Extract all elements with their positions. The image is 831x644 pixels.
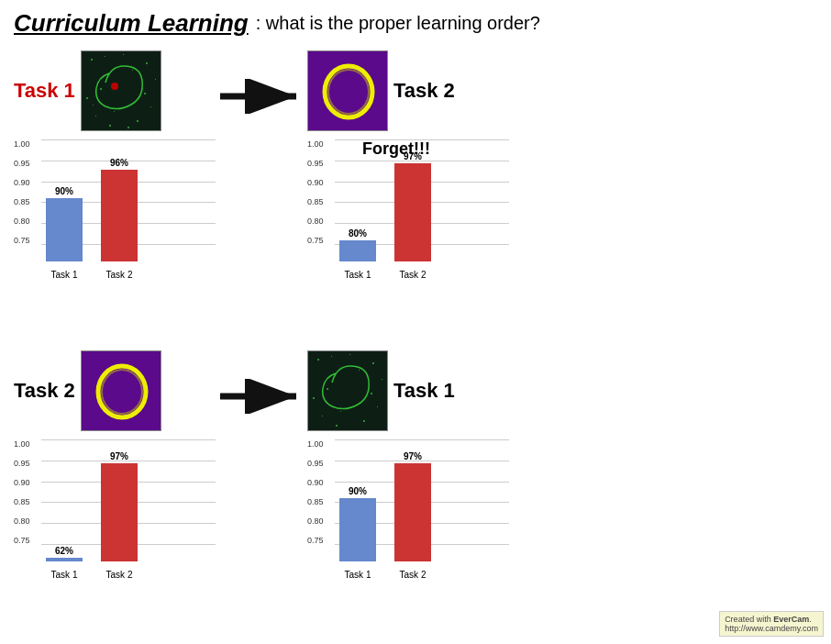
- svg-rect-41: [371, 393, 372, 394]
- bar-task1-top-right: [339, 240, 376, 261]
- top-right-chart: Forget!!! 1.00 0.95 0.90 0.85 0.80 0.75: [307, 139, 509, 282]
- bar-task2-top-left: [101, 170, 138, 261]
- svg-rect-38: [349, 354, 350, 355]
- svg-point-17: [111, 83, 118, 90]
- top-left-chart: 1.00 0.95 0.90 0.85 0.80 0.75: [14, 139, 216, 282]
- svg-rect-42: [340, 411, 341, 412]
- bottom-left-header: Task 2: [14, 347, 216, 434]
- svg-rect-16: [127, 127, 129, 128]
- bottom-right-task-label: Task 1: [393, 379, 455, 403]
- top-right-header: Task 2: [307, 47, 509, 134]
- page-title: Curriculum Learning: [14, 9, 249, 38]
- task1-image: [81, 50, 161, 131]
- bottom-arrow: [216, 347, 307, 414]
- svg-rect-2: [105, 56, 105, 57]
- bar-task2-bottom-left: [101, 463, 138, 561]
- svg-rect-1: [91, 59, 93, 61]
- title-row: Curriculum Learning : what is the proper…: [14, 9, 817, 38]
- bar-task1-top-left: [46, 198, 83, 261]
- top-right-panel: Task 2 Forget!!! 1.00 0.95 0.90 0.85 0.8…: [307, 47, 509, 282]
- svg-rect-6: [95, 116, 96, 117]
- svg-rect-9: [109, 125, 111, 127]
- bar-group-t2: 96%: [101, 158, 138, 261]
- bottom-left-chart: 1.00 0.95 0.90 0.85 0.80 0.75: [14, 439, 216, 582]
- svg-rect-0: [82, 51, 161, 131]
- svg-rect-14: [114, 111, 115, 112]
- top-left-panel: Task 1: [14, 47, 216, 282]
- svg-rect-28: [308, 351, 388, 431]
- svg-rect-30: [331, 356, 332, 357]
- svg-rect-7: [137, 120, 138, 122]
- top-arrow: [216, 47, 307, 114]
- top-left-x-labels: Task 1 Task 2: [46, 270, 216, 280]
- svg-rect-40: [327, 388, 328, 390]
- bottom-scenario: Task 2 1.00 0.95 0.90 0.85 0.80: [14, 347, 817, 635]
- svg-rect-34: [322, 416, 323, 416]
- top-left-header: Task 1: [14, 47, 216, 134]
- bar-task1-bottom-right: [339, 498, 376, 561]
- top-left-y-axis: 1.00 0.95 0.90 0.85 0.80 0.75: [14, 139, 30, 245]
- svg-rect-39: [359, 370, 360, 371]
- svg-rect-15: [93, 105, 94, 105]
- svg-rect-37: [336, 425, 338, 427]
- bottom-left-task-label: Task 2: [14, 379, 75, 403]
- bottom-left-panel: Task 2 1.00 0.95 0.90 0.85 0.80: [14, 347, 216, 582]
- bar-task2-bottom-right: [394, 463, 431, 561]
- svg-rect-5: [86, 97, 88, 99]
- top-left-bars: 90% 96%: [46, 156, 216, 261]
- svg-rect-33: [313, 397, 315, 399]
- task2-image-top: [307, 50, 388, 131]
- bar-group-t1: 90%: [46, 186, 83, 261]
- bottom-right-panel: Task 1 1.00 0.95 0.90 0.85 0.80 0.75: [307, 347, 509, 582]
- bar-task2-top-right: [394, 163, 431, 261]
- svg-rect-3: [146, 62, 148, 64]
- svg-rect-13: [144, 93, 146, 94]
- top-right-bars: 80% 97%: [339, 156, 509, 261]
- top-right-task-label: Task 2: [393, 79, 455, 103]
- bottom-right-chart: 1.00 0.95 0.90 0.85 0.80 0.75: [307, 439, 509, 582]
- svg-rect-36: [377, 406, 378, 407]
- svg-rect-29: [317, 359, 319, 361]
- svg-rect-8: [150, 106, 151, 107]
- svg-rect-31: [372, 362, 374, 364]
- top-left-task-label: Task 1: [14, 79, 75, 103]
- page-subtitle: : what is the proper learning order?: [256, 13, 540, 34]
- watermark: Created with EverCam. http://www.camdemy…: [719, 611, 824, 637]
- top-right-y-axis: 1.00 0.95 0.90 0.85 0.80 0.75: [307, 139, 324, 245]
- top-scenario: Task 1: [14, 47, 817, 335]
- svg-rect-10: [123, 54, 124, 55]
- bottom-right-header: Task 1: [307, 347, 509, 434]
- top-right-x-labels: Task 1 Task 2: [339, 270, 509, 280]
- svg-rect-32: [382, 379, 382, 380]
- svg-rect-35: [363, 420, 365, 422]
- task2-image-bottom: [81, 350, 161, 431]
- svg-rect-12: [100, 88, 102, 90]
- task1-image-bottom: [307, 350, 388, 431]
- svg-rect-4: [155, 79, 156, 80]
- bar-task1-bottom-left: [46, 558, 83, 561]
- svg-rect-11: [132, 70, 133, 71]
